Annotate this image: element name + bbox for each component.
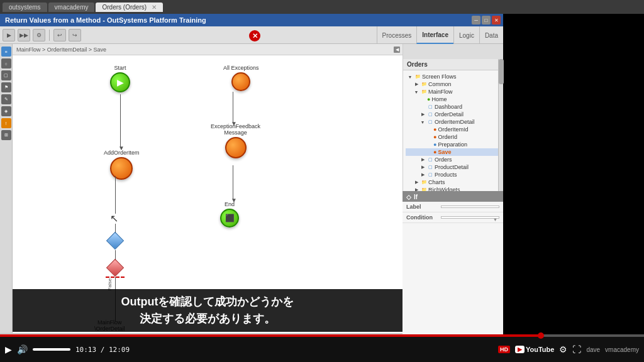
tree-item-productdetail[interactable]: ▶ ▢ ProductDetail	[406, 163, 501, 171]
tree-item-orderitemid[interactable]: ● OrderItemId	[406, 126, 501, 133]
volume-icon: 🔊	[17, 344, 28, 354]
sidebar-icon-7[interactable]: !	[1, 118, 11, 128]
end-circle[interactable]: ⬛	[220, 209, 239, 228]
spacer	[426, 134, 432, 140]
expand-icon: ▶	[413, 179, 419, 185]
time-total: 12:09	[109, 346, 130, 354]
page-icon: ▢	[427, 104, 433, 110]
tab-orders[interactable]: Orders (Orders) ✕	[96, 3, 163, 12]
tab-vmacademy[interactable]: vmacademy	[48, 3, 95, 12]
tree-header: Orders	[403, 59, 503, 70]
tab-interface[interactable]: Interface	[416, 26, 453, 44]
toolbar-btn-5[interactable]: ↪	[69, 29, 81, 41]
tree-item-orders[interactable]: ▶ ▢ Orders	[406, 156, 501, 163]
settings-button[interactable]: ⚙	[559, 344, 567, 354]
video-controls: ▶ 🔊 10:13 / 12:09 HD ▶ YouTube ⚙ ⛶ dave …	[0, 334, 644, 362]
breadcrumb-btn[interactable]: ◀	[394, 47, 400, 53]
scrollbar-thumb[interactable]	[499, 59, 504, 84]
start-circle[interactable]: ▶	[110, 72, 130, 92]
time-display: 10:13 / 12:09	[75, 346, 130, 354]
properties-panel: ◇ If Label Condition	[402, 191, 503, 334]
sidebar-icon-1[interactable]: ≡	[1, 47, 11, 57]
progress-bar[interactable]	[0, 334, 644, 337]
condition-row: Condition	[402, 212, 503, 223]
sidebar-icon-3[interactable]: ▢	[1, 70, 11, 80]
add-order-item-circle[interactable]	[110, 157, 133, 180]
tree-item-mainflow[interactable]: ▼ 📁 MainFlow	[406, 88, 501, 96]
tree-item-orderid[interactable]: ● OrderId	[406, 133, 501, 141]
sidebar-icon-8[interactable]: ⊞	[1, 130, 11, 140]
vmacademy-label: vmacademy	[605, 346, 639, 353]
tree-item-home[interactable]: ● Home	[406, 96, 501, 103]
spacer	[426, 149, 432, 155]
tree-item-label: OrderItemId	[438, 126, 468, 133]
toolbar-btn-4[interactable]: ↩	[53, 29, 66, 41]
time-separator: /	[101, 346, 109, 354]
tab-vmacademy-label: vmacademy	[55, 4, 89, 11]
tree-item-charts[interactable]: ▶ 📁 Charts	[406, 178, 501, 186]
maximize-button[interactable]: □	[482, 16, 491, 25]
start-node: Start ▶	[110, 65, 130, 92]
expand-icon: ▶	[419, 164, 426, 170]
tree-item-orderitemdetail[interactable]: ▼ ▢ OrderItemDetail	[406, 118, 501, 126]
close-x-button[interactable]: ✕	[249, 30, 260, 41]
tree-item-common[interactable]: ▶ 📁 Common	[406, 80, 501, 88]
tree-view: ▼ 📁 Screen Flows ▶ 📁 Common ▼ 📁 MainFlow…	[403, 70, 503, 196]
assign-node[interactable]	[109, 261, 121, 274]
folder-icon: 📁	[421, 179, 427, 185]
subtitle-overlay: Outputを確認して成功かどうかを 決定する必要があります。	[13, 289, 402, 332]
sidebar-icon-6[interactable]: ◈	[1, 106, 11, 116]
time-current: 10:13	[75, 346, 96, 354]
expand-icon: ▼	[413, 89, 419, 95]
all-exceptions-circle[interactable]	[231, 72, 250, 91]
progress-fill	[0, 334, 541, 337]
tree-item-products[interactable]: ▶ ▢ Products	[406, 171, 501, 178]
tree-item-preparation[interactable]: ● Preparation	[406, 141, 501, 148]
left-sidebar: ≡ ○ ▢ ⚑ ✎ ◈ ! ⊞	[0, 44, 13, 333]
toolbar-btn-1[interactable]: ▶	[3, 29, 15, 41]
page-icon: ▢	[427, 156, 433, 163]
sidebar-icon-2[interactable]: ○	[1, 58, 11, 69]
ide-title: Return Values from a Method - OutSystems…	[5, 16, 206, 24]
play-button[interactable]: ▶	[5, 344, 12, 354]
volume-button[interactable]: 🔊	[17, 344, 28, 354]
tree-item-dashboard[interactable]: ▢ Dashboard	[406, 103, 501, 111]
tree-item-orderdetail[interactable]: ▶ ▢ OrderDetail	[406, 111, 501, 118]
if-icon: ◇	[406, 194, 411, 200]
label-row: Label	[402, 202, 503, 212]
label-field-input[interactable]	[441, 206, 499, 208]
expand-icon: ▼	[407, 74, 413, 80]
fullscreen-button[interactable]: ⛶	[572, 344, 581, 354]
orange-icon: ●	[433, 126, 436, 133]
end-node: End ⬛	[220, 201, 239, 228]
minimize-button[interactable]: ─	[472, 16, 480, 25]
sidebar-icon-5[interactable]: ✎	[1, 94, 11, 104]
youtube-icon: ▶	[515, 346, 525, 353]
volume-slider[interactable]	[33, 348, 70, 351]
if-node[interactable]	[109, 234, 121, 247]
page-icon: ▢	[427, 119, 433, 125]
tree-item-save[interactable]: ● Save	[406, 148, 501, 156]
toolbar-btn-3[interactable]: ⚙	[33, 29, 45, 41]
tree-item-label: Common	[428, 81, 452, 87]
tree-item-label: Products	[435, 172, 457, 178]
sidebar-icon-4[interactable]: ⚑	[1, 82, 11, 92]
tab-outsystems[interactable]: outsystems	[3, 3, 47, 12]
progress-thumb[interactable]	[538, 332, 544, 339]
tree-item-screen-flows[interactable]: ▼ 📁 Screen Flows	[406, 73, 501, 80]
tab-data[interactable]: Data	[479, 26, 503, 44]
tab-close-icon[interactable]: ✕	[152, 4, 157, 11]
browser-chrome: outsystems vmacademy Orders (Orders) ✕	[0, 0, 644, 14]
subtitle-line1: Outputを確認して成功かどうかを	[121, 293, 294, 310]
orange-icon: ●	[433, 134, 436, 140]
tab-logic[interactable]: Logic	[453, 26, 479, 44]
user-label: dave	[586, 346, 600, 353]
close-button[interactable]: ✕	[492, 16, 501, 25]
tab-processes[interactable]: Processes	[377, 26, 417, 44]
tree-item-label: Save	[438, 149, 451, 155]
expand-icon: ▼	[419, 119, 426, 125]
tree-item-label: Preparation	[438, 141, 467, 148]
toolbar-btn-2[interactable]: ▶▶	[18, 29, 30, 41]
condition-dropdown[interactable]	[441, 216, 499, 219]
exception-feedback-circle[interactable]	[225, 137, 247, 158]
